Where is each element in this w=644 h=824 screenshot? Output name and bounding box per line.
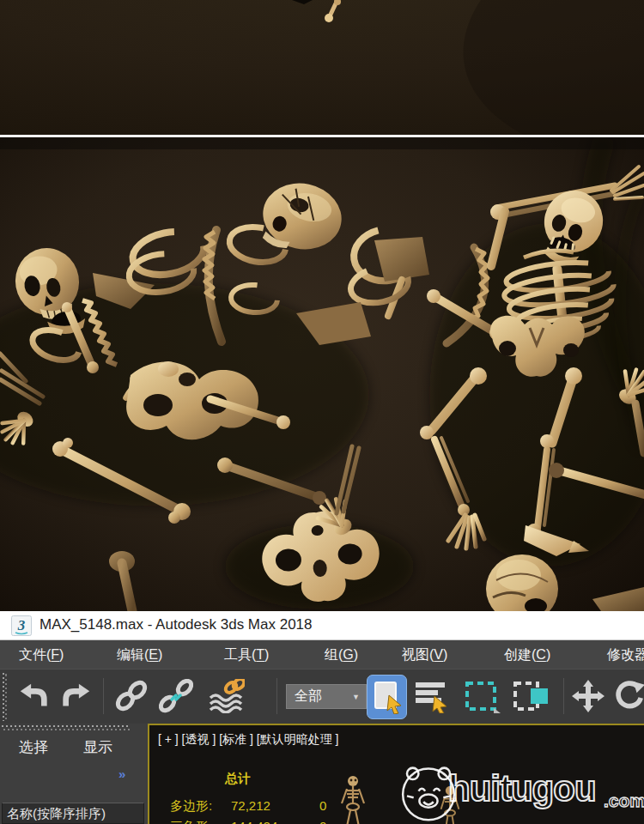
rectangular-selection-region-button[interactable] bbox=[460, 676, 503, 716]
undo-button[interactable] bbox=[15, 676, 52, 716]
scene-top-shade bbox=[0, 137, 644, 149]
panel-overflow-chevron[interactable]: » bbox=[118, 766, 124, 781]
menu-edit[interactable]: 编辑(E) bbox=[117, 646, 162, 664]
stats-triangles-value: 144,424 bbox=[231, 819, 277, 824]
skeleton-scene-viewport[interactable] bbox=[0, 137, 644, 611]
toolbar-separator bbox=[563, 678, 564, 714]
title-bar[interactable]: 3 MAX_5148.max - Autodesk 3ds Max 2018 bbox=[0, 611, 644, 640]
viewport-label[interactable]: [ + ] [透视 ] [标准 ] [默认明暗处理 ] bbox=[158, 732, 338, 748]
top-render-strip bbox=[0, 0, 644, 135]
window-title: MAX_5148.max - Autodesk 3ds Max 2018 bbox=[39, 616, 313, 633]
stats-triangles-label: 三角形: bbox=[170, 819, 212, 824]
redo-button[interactable] bbox=[58, 676, 94, 716]
selection-filter-value: 全部 bbox=[295, 688, 322, 706]
select-and-rotate-button[interactable] bbox=[611, 676, 644, 716]
unlink-selection-icon bbox=[159, 679, 193, 713]
bind-to-space-warp-icon bbox=[207, 679, 245, 713]
name-sort-header[interactable]: 名称(按降序排序) bbox=[2, 803, 144, 824]
watermark-tld: .com bbox=[604, 791, 644, 811]
undo-icon bbox=[17, 680, 50, 712]
menu-tools[interactable]: 工具(T) bbox=[224, 646, 269, 664]
panel-drag-handle[interactable] bbox=[2, 725, 131, 731]
selection-filter-dropdown[interactable]: 全部 ▼ bbox=[286, 684, 367, 709]
stats-polygons-value: 72,212 bbox=[231, 798, 270, 813]
unlink-selection-button[interactable] bbox=[158, 676, 194, 716]
watermark: huitugou .com bbox=[395, 760, 644, 824]
rectangular-selection-region-icon bbox=[463, 679, 501, 713]
stats-triangles-selected: 0 bbox=[319, 819, 326, 824]
menu-create[interactable]: 创建(C) bbox=[504, 646, 550, 664]
menu-group[interactable]: 组(G) bbox=[325, 646, 358, 664]
scene-explorer-panel: 选择 显示 » 名称(按降序排序) bbox=[0, 724, 148, 824]
select-object-button[interactable] bbox=[367, 675, 407, 719]
stats-polygons-selected: 0 bbox=[319, 798, 326, 813]
select-by-name-icon bbox=[414, 679, 450, 713]
tab-display[interactable]: 显示 bbox=[83, 737, 112, 757]
select-object-icon bbox=[372, 680, 403, 714]
3ds-max-logo-icon: 3 bbox=[11, 615, 32, 636]
window-crossing-toggle-icon bbox=[512, 679, 553, 713]
toolbar-separator bbox=[276, 678, 277, 714]
select-by-name-button[interactable] bbox=[412, 676, 452, 716]
select-and-move-icon bbox=[571, 679, 605, 713]
watermark-name: huitugou bbox=[448, 768, 596, 809]
3ds-max-window: 3 MAX_5148.max - Autodesk 3ds Max 2018 文… bbox=[0, 0, 644, 824]
bottom-section: 选择 显示 » 名称(按降序排序) [ + ] [透视 ] [标准 ] [默认明… bbox=[0, 724, 644, 824]
select-and-move-button[interactable] bbox=[568, 676, 608, 716]
menu-views[interactable]: 视图(V) bbox=[402, 646, 447, 664]
stats-title: 总计 bbox=[225, 771, 251, 787]
menu-bar: 文件(F) 编辑(E) 工具(T) 组(G) 视图(V) 创建(C) 修改器 bbox=[0, 640, 644, 669]
distant-skeleton-figure[interactable] bbox=[333, 775, 373, 824]
select-and-link-button[interactable] bbox=[113, 676, 149, 716]
menu-file[interactable]: 文件(F) bbox=[19, 646, 64, 664]
select-and-rotate-icon bbox=[612, 679, 644, 713]
select-and-link-icon bbox=[114, 679, 149, 713]
main-toolbar: 全部 ▼ bbox=[0, 669, 644, 724]
svg-text:3: 3 bbox=[17, 617, 26, 633]
mini-viewport[interactable]: [ + ] [透视 ] [标准 ] [默认明暗处理 ] 总计 多边形: 72,2… bbox=[148, 724, 644, 824]
toolbar-separator bbox=[103, 678, 104, 714]
bind-to-space-warp-button[interactable] bbox=[206, 676, 246, 716]
menu-modifiers[interactable]: 修改器 bbox=[607, 646, 644, 664]
stats-polygons-label: 多边形: bbox=[170, 798, 212, 815]
window-crossing-toggle-button[interactable] bbox=[510, 676, 555, 716]
toolbar-drag-handle[interactable] bbox=[3, 673, 7, 721]
top-strip-bone-render bbox=[0, 0, 644, 135]
tab-select[interactable]: 选择 bbox=[19, 737, 48, 757]
redo-icon bbox=[60, 680, 93, 712]
chevron-down-icon: ▼ bbox=[352, 693, 360, 701]
